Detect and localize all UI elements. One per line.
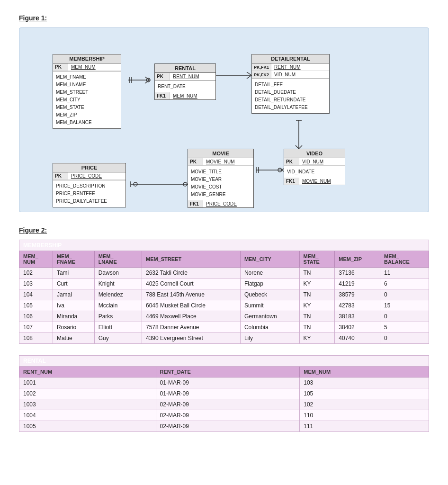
price-title: PRICE (53, 163, 125, 172)
movie-fk1: FK1 (188, 200, 203, 207)
video-fk1-field: MOVIE_NUM (299, 178, 334, 185)
figure1-label: Figure 1: (19, 14, 429, 22)
erd-container: MEMBERSHIP PK MEM_NUM MEM_FNAME MEM_LNAM… (19, 27, 429, 212)
erd-detailrental-table: DETAILRENTAL PK,FK1 RENT_NUM PK,FK2 VID_… (251, 54, 330, 114)
table-row: 105IvaMcclain6045 Musket Ball CircleSumm… (19, 300, 429, 311)
movie-fields: MOVIE_TITLE MOVIE_YEAR MOVIE_COST MOVIE_… (188, 166, 253, 200)
membership-data-table: MEMBERSHIP MEM_NUM MEM_FNAME MEM_LNAME M… (19, 240, 429, 344)
col-mem-state: MEM_STATE (299, 251, 335, 268)
video-fk1: FK1 (284, 178, 299, 185)
svg-line-14 (296, 145, 299, 149)
video-title: VIDEO (284, 149, 345, 158)
table-row: 108MattieGuy4390 Evergreen StreetLilyKY4… (19, 333, 429, 344)
erd-video-table: VIDEO PK VID_NUM VID_INDATE FK1 MOVIE_NU… (284, 149, 345, 185)
detailrental-fields: DETAIL_FEE DETAIL_DUEDATE DETAIL_RETURND… (252, 79, 329, 113)
detailrental-pkfk2: PK,FK2 (252, 71, 271, 78)
membership-pk: PK (53, 63, 68, 71)
rental-header-row: RENT_NUM RENT_DATE MEM_NUM (19, 367, 429, 377)
membership-title: MEMBERSHIP (53, 54, 121, 63)
table-row: 107RosarioElliott7578 Danner AvenueColum… (19, 322, 429, 333)
table-row: 100302-MAR-09102 (19, 399, 429, 410)
detailrental-rent-num: RENT_NUM (271, 63, 304, 71)
detailrental-pkfk1: PK,FK1 (252, 63, 271, 71)
rental-fk1-field: MEM_NUM (170, 92, 200, 99)
table-row: 103CurtKnight4025 Cornell CourtFlatgapKY… (19, 278, 429, 289)
col-rent-date: RENT_DATE (156, 367, 300, 377)
table-row: 102TamiDawson2632 Takli CircleNoreneTN37… (19, 268, 429, 278)
col-rent-num: RENT_NUM (19, 367, 156, 377)
movie-fk1-field: PRICE_CODE (203, 200, 240, 207)
svg-point-19 (278, 168, 282, 172)
erd-price-table: PRICE PK PRICE_CODE PRICE_DESCRIPTION PR… (53, 163, 126, 207)
svg-point-6 (146, 78, 150, 82)
rental-title: RENTAL (155, 64, 215, 73)
rental-table-title: RENTAL (19, 356, 429, 367)
detailrental-title: DETAILRENTAL (252, 54, 329, 63)
table-row: 100502-MAR-09111 (19, 421, 429, 432)
erd-rental-table: RENTAL PK RENT_NUM RENT_DATE FK1 MEM_NUM (154, 63, 216, 100)
col-rent-mem-num: MEM_NUM (300, 367, 429, 377)
col-mem-num: MEM_NUM (19, 251, 53, 268)
video-pk-field: VID_NUM (299, 158, 326, 165)
rental-fk1: FK1 (155, 92, 170, 99)
rental-pk-field: RENT_NUM (170, 73, 202, 80)
rental-fields: RENT_DATE (155, 81, 215, 92)
svg-line-5 (145, 80, 150, 83)
movie-pk: PK (188, 158, 203, 165)
movie-pk-field: MOVIE_NUM (203, 158, 238, 165)
video-pk: PK (284, 158, 299, 165)
col-mem-fname: MEM_FNAME (53, 251, 94, 268)
price-pk-field: PRICE_CODE (68, 172, 105, 180)
table-row: 106MirandaParks4469 Maxwell PlaceGermant… (19, 311, 429, 322)
detailrental-vid-num: VID_NUM (271, 71, 298, 78)
svg-line-10 (247, 72, 251, 75)
col-mem-city: MEM_CITY (240, 251, 299, 268)
movie-title: MOVIE (188, 149, 253, 158)
col-mem-balance: MEM_BALANCE (380, 251, 429, 268)
table-row: 100101-MAR-09103 (19, 377, 429, 388)
table-row: 100201-MAR-09105 (19, 388, 429, 399)
membership-table-title: MEMBERSHIP (19, 240, 429, 251)
table-row: 104JamalMelendez788 East 145th AvenueQue… (19, 289, 429, 300)
col-mem-zip: MEM_ZIP (335, 251, 380, 268)
video-fields: VID_INDATE (284, 166, 345, 178)
erd-movie-table: MOVIE PK MOVIE_NUM MOVIE_TITLE MOVIE_YEA… (188, 149, 254, 208)
rental-pk: PK (155, 73, 170, 80)
table-row: 100402-MAR-09110 (19, 410, 429, 421)
membership-fields: MEM_FNAME MEM_LNAME MEM_STREET MEM_CITY … (53, 72, 121, 128)
svg-line-15 (299, 145, 302, 149)
svg-line-4 (145, 77, 150, 80)
erd-membership-table: MEMBERSHIP PK MEM_NUM MEM_FNAME MEM_LNAM… (53, 54, 121, 129)
price-fields: PRICE_DESCRIPTION PRICE_RENTFEE PRICE_DA… (53, 180, 125, 207)
membership-header-row: MEM_NUM MEM_FNAME MEM_LNAME MEM_STREET M… (19, 251, 429, 268)
price-pk: PK (53, 172, 68, 180)
svg-point-25 (183, 182, 187, 186)
svg-line-11 (247, 75, 251, 79)
rental-table-section: RENTAL RENT_NUM RENT_DATE MEM_NUM 100101… (19, 355, 429, 432)
membership-table-section: MEMBERSHIP MEM_NUM MEM_FNAME MEM_LNAME M… (19, 240, 429, 344)
col-mem-lname: MEM_LNAME (94, 251, 142, 268)
svg-point-24 (134, 182, 137, 186)
rental-data-table: RENTAL RENT_NUM RENT_DATE MEM_NUM 100101… (19, 355, 429, 432)
col-mem-street: MEM_STREET (142, 251, 240, 268)
figure2-label: Figure 2: (19, 226, 429, 234)
membership-pk-field: MEM_NUM (68, 63, 99, 71)
